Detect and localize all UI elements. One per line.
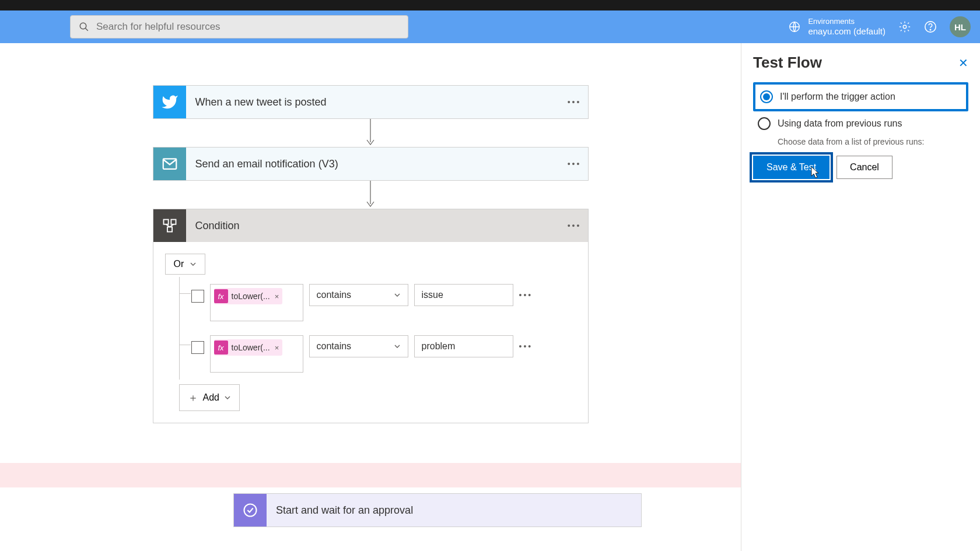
svg-point-3 — [903, 25, 907, 29]
browser-chrome-bar — [0, 0, 980, 10]
card-title: Condition — [186, 220, 561, 232]
ellipsis-icon: ••• — [568, 159, 582, 169]
logic-operator-select[interactable]: Or — [165, 254, 206, 275]
add-condition-button[interactable]: ＋ Add — [179, 384, 240, 411]
logic-label: Or — [174, 259, 184, 269]
condition-card: Condition ••• Or fx toLower(... — [153, 209, 589, 423]
card-title: Send an email notification (V3) — [186, 158, 561, 170]
avatar[interactable]: HL — [950, 16, 971, 37]
fx-icon: fx — [214, 289, 228, 303]
token-remove[interactable]: × — [275, 292, 279, 301]
help-icon[interactable] — [924, 20, 937, 33]
search-input[interactable] — [96, 21, 400, 33]
button-label: Cancel — [850, 162, 879, 173]
token-text: toLower(... — [232, 292, 270, 301]
app-header: Environments enayu.com (default) HL — [0, 10, 980, 43]
flow-canvas: When a new tweet is posted ••• Send an e… — [0, 43, 741, 551]
error-banner — [0, 463, 741, 487]
operator-label: contains — [317, 341, 352, 352]
condition-icon — [153, 209, 186, 242]
save-and-test-button[interactable]: Save & Test — [753, 156, 830, 179]
card-title: When a new tweet is posted — [186, 96, 561, 108]
operator-label: contains — [317, 290, 352, 300]
panel-title: Test Flow — [753, 54, 822, 72]
row-checkbox[interactable] — [191, 290, 204, 303]
trigger-card-twitter[interactable]: When a new tweet is posted ••• — [153, 85, 589, 119]
ellipsis-icon: ••• — [519, 342, 533, 351]
svg-rect-9 — [163, 220, 168, 224]
close-icon[interactable]: ✕ — [958, 56, 968, 70]
card-more-menu[interactable]: ••• — [561, 97, 588, 107]
expression-token: fx toLower(... × — [214, 288, 283, 304]
svg-point-5 — [930, 29, 930, 30]
action-card-approval[interactable]: Start and wait for an approval — [233, 493, 642, 527]
test-flow-panel: Test Flow ✕ I'll perform the trigger act… — [741, 43, 980, 551]
svg-rect-11 — [167, 227, 172, 231]
search-box[interactable] — [70, 15, 408, 38]
radio-description: Choose data from a list of previous runs… — [778, 137, 968, 146]
action-card-email[interactable]: Send an email notification (V3) ••• — [153, 147, 589, 181]
card-more-menu[interactable]: ••• — [561, 221, 588, 230]
expression-token: fx toLower(... × — [214, 339, 283, 356]
chevron-down-icon — [394, 292, 401, 299]
connector-arrow — [365, 119, 376, 147]
radio-icon — [760, 90, 773, 103]
card-more-menu[interactable]: ••• — [561, 159, 588, 169]
token-remove[interactable]: × — [275, 343, 279, 352]
operator-select[interactable]: contains — [309, 335, 408, 357]
cursor-icon — [809, 166, 821, 180]
svg-line-1 — [85, 28, 88, 31]
svg-rect-10 — [171, 220, 176, 224]
row-more-menu[interactable]: ••• — [519, 290, 533, 300]
environment-icon — [788, 20, 801, 33]
token-text: toLower(... — [232, 343, 270, 352]
chevron-down-icon — [394, 343, 401, 350]
operand-right-input[interactable] — [414, 284, 513, 306]
radio-icon — [758, 117, 771, 130]
radio-label: I'll perform the trigger action — [780, 92, 895, 102]
header-right: Environments enayu.com (default) HL — [788, 16, 971, 37]
ellipsis-icon: ••• — [568, 221, 582, 230]
condition-header[interactable]: Condition ••• — [153, 209, 588, 242]
svg-point-14 — [244, 504, 257, 517]
environment-picker[interactable]: Environments enayu.com (default) — [788, 17, 886, 37]
radio-label: Using data from previous runs — [778, 118, 902, 129]
gear-icon[interactable] — [898, 20, 911, 33]
radio-option-previous[interactable]: Using data from previous runs — [753, 111, 968, 136]
env-value: enayu.com (default) — [808, 26, 886, 37]
approval-icon — [234, 494, 267, 527]
connector-arrow — [365, 181, 376, 209]
radio-option-manual[interactable]: I'll perform the trigger action — [753, 82, 968, 111]
condition-row: fx toLower(... × contains ••• — [180, 328, 576, 380]
condition-row: fx toLower(... × contains ••• — [180, 277, 576, 328]
search-icon — [79, 22, 89, 32]
row-more-menu[interactable]: ••• — [519, 341, 533, 352]
chevron-down-icon — [224, 394, 231, 401]
card-title: Start and wait for an approval — [267, 504, 641, 517]
operand-right-input[interactable] — [414, 335, 513, 357]
row-checkbox[interactable] — [191, 341, 204, 354]
operator-select[interactable]: contains — [309, 284, 408, 306]
cancel-button[interactable]: Cancel — [836, 156, 892, 179]
operand-left[interactable]: fx toLower(... × — [210, 284, 303, 321]
fx-icon: fx — [214, 341, 228, 355]
env-label: Environments — [808, 17, 886, 26]
plus-icon: ＋ — [188, 391, 198, 405]
svg-point-0 — [80, 23, 86, 29]
ellipsis-icon: ••• — [519, 290, 533, 300]
ellipsis-icon: ••• — [568, 97, 582, 107]
operand-left[interactable]: fx toLower(... × — [210, 335, 303, 373]
mail-icon — [153, 148, 186, 180]
twitter-icon — [153, 86, 186, 118]
chevron-down-icon — [190, 261, 197, 268]
add-label: Add — [203, 392, 219, 403]
